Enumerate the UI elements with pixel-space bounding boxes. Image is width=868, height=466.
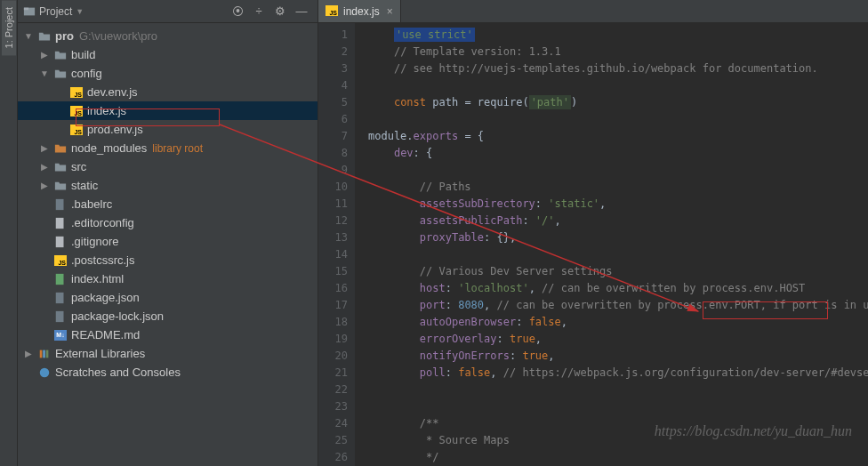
chevron-right-icon: ▶: [39, 50, 50, 60]
tree-root[interactable]: ▼ pro G:\vuework\pro: [18, 27, 317, 45]
chevron-right-icon: ▶: [39, 181, 50, 190]
json-icon: [53, 291, 68, 305]
tree-file-babelrc[interactable]: .babelrc: [18, 195, 317, 213]
svg-rect-6: [56, 292, 64, 302]
left-sidebar: 1: Project: [0, 0, 18, 466]
chevron-right-icon: ▶: [39, 143, 50, 153]
chevron-right-icon: ▶: [39, 162, 50, 172]
project-panel-header: Project ▼ ⦿ ÷ ⚙ —: [18, 0, 317, 23]
chevron-down-icon: ▼: [39, 68, 50, 78]
tree-folder-build[interactable]: ▶ build: [18, 45, 317, 64]
tree-file-dev-env[interactable]: JS dev.env.js: [18, 83, 317, 101]
tree-file-gitignore[interactable]: .gitignore: [18, 232, 317, 251]
chevron-right-icon: ▶: [23, 349, 34, 358]
markdown-icon: M↓: [53, 328, 68, 342]
project-panel: Project ▼ ⦿ ÷ ⚙ — ▼ pro G:\vuework\pro ▶…: [18, 0, 318, 466]
file-icon: [53, 216, 68, 230]
tree-folder-src[interactable]: ▶ src: [18, 157, 317, 176]
project-tree[interactable]: ▼ pro G:\vuework\pro ▶ build ▼ config JS…: [18, 23, 317, 466]
svg-rect-3: [56, 217, 64, 228]
close-icon[interactable]: ×: [387, 5, 393, 18]
chevron-down-icon: ▼: [23, 31, 34, 41]
svg-rect-4: [56, 236, 64, 246]
project-tool-tab[interactable]: 1: Project: [2, 0, 16, 55]
tree-folder-node-modules[interactable]: ▶ node_modules library root: [18, 139, 317, 157]
js-icon: JS: [326, 5, 338, 18]
tree-scratches[interactable]: Scratches and Consoles: [18, 363, 317, 382]
js-icon: JS: [69, 104, 84, 118]
tree-file-index-html[interactable]: index.html: [18, 269, 317, 288]
js-icon: JS: [69, 123, 84, 137]
folder-icon: [37, 29, 52, 44]
tree-file-prod-env[interactable]: JS prod.env.js: [18, 120, 317, 139]
svg-rect-10: [46, 350, 49, 358]
file-icon: [53, 235, 68, 249]
root-name: pro: [55, 29, 74, 43]
svg-rect-9: [43, 350, 45, 358]
folder-icon: [53, 160, 68, 174]
editor-body[interactable]: 1234567891011121314151617181920212223242…: [318, 23, 868, 466]
library-icon: [37, 347, 52, 361]
tree-folder-static[interactable]: ▶ static: [18, 176, 317, 195]
gear-icon[interactable]: ⚙: [273, 4, 287, 19]
tree-file-editorconfig[interactable]: .editorconfig: [18, 213, 317, 232]
folder-icon: [53, 141, 68, 156]
tree-file-package-json[interactable]: package.json: [18, 288, 317, 307]
svg-rect-5: [56, 273, 64, 284]
json-icon: [53, 309, 68, 324]
locate-icon[interactable]: ⦿: [230, 4, 245, 19]
root-path: G:\vuework\pro: [79, 29, 157, 43]
folder-icon: [53, 179, 68, 193]
svg-rect-2: [56, 198, 64, 209]
tree-external-libraries[interactable]: ▶ External Libraries: [18, 344, 317, 363]
svg-rect-7: [56, 310, 64, 321]
tree-file-postcssrc[interactable]: JS .postcssrc.js: [18, 251, 317, 269]
folder-icon: [53, 67, 68, 81]
chevron-down-icon[interactable]: ▼: [76, 7, 84, 16]
editor-tab-index-js[interactable]: JS index.js ×: [318, 0, 401, 22]
tree-file-index-js[interactable]: JS index.js: [18, 101, 317, 120]
folder-icon: [53, 48, 68, 62]
collapse-icon[interactable]: ÷: [252, 4, 266, 19]
svg-point-11: [40, 367, 50, 377]
tree-file-package-lock[interactable]: package-lock.json: [18, 307, 317, 325]
js-icon: JS: [53, 253, 68, 268]
svg-rect-8: [40, 350, 43, 358]
svg-rect-1: [24, 7, 28, 10]
code-area[interactable]: 'use strict' // Template version: 1.3.1 …: [356, 23, 868, 466]
hide-icon[interactable]: —: [294, 4, 309, 19]
html-icon: [53, 272, 68, 286]
json-icon: [53, 197, 68, 212]
watermark: https://blog.csdn.net/yu_duan_hun: [655, 423, 852, 439]
scratches-icon: [37, 366, 52, 380]
panel-title: Project: [39, 5, 72, 18]
editor-panel: JS index.js × 12345678910111213141516171…: [318, 0, 868, 466]
line-gutter: 1234567891011121314151617181920212223242…: [318, 23, 356, 466]
project-icon: [23, 5, 36, 18]
js-icon: JS: [69, 85, 84, 100]
tree-folder-config[interactable]: ▼ config: [18, 64, 317, 83]
editor-tab-bar: JS index.js ×: [318, 0, 868, 23]
tree-file-readme[interactable]: M↓ README.md: [18, 325, 317, 344]
